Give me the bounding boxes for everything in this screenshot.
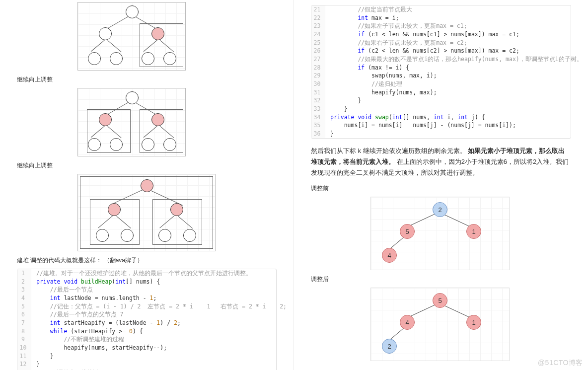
code-line: 5 //记住：父节点 = (i - 1) / 2 左节点 = 2 * i 1 右…: [17, 302, 276, 311]
code-src: //如果右子节点比较大，更新max = c2;: [325, 39, 467, 47]
gutter: 29: [311, 72, 325, 80]
code-src: }: [31, 360, 40, 369]
code-src: }: [325, 130, 334, 138]
page: 继续向上调整 继续向上调整: [0, 0, 588, 370]
gutter: 32: [311, 96, 325, 105]
code-src: heapify(nums, startHeapify--);: [31, 344, 167, 352]
paragraph-1a: 然后我们从下标 k 继续开始依次遍历数组的剩余元素。: [311, 147, 466, 154]
code-src: //如果左子节点比较大，更新max = c1;: [325, 22, 467, 30]
code-src: while (startHeapify >= 0) {: [31, 327, 143, 336]
gutter: 27: [311, 55, 325, 64]
section-label-2: 继续向上调整: [17, 161, 277, 170]
code-line: 30 //递归处理: [311, 80, 571, 88]
tree1-n4: 4: [387, 252, 391, 259]
code-intro-a: 建堆 调整的代码大概就是这样：: [17, 257, 102, 264]
code-src: //递归处理: [325, 80, 402, 88]
code-block-buildheap: 1//建堆。对于一个还没维护过的堆，从他的最后一个节点的父节点开始进行调整。2p…: [17, 269, 277, 370]
left-column: 继续向上调整 继续向上调整: [0, 0, 294, 370]
code-line: 29 swap(nums, max, i);: [311, 72, 571, 80]
gutter: 35: [311, 121, 325, 130]
code-src: //如果最大的数不是节点i的话，那么heapify(nums, max)，即调整…: [325, 55, 583, 64]
code-src: //假定当前节点最大: [325, 5, 412, 14]
code-line: 35 nums[i] = nums[i] nums[j] - (nums[j] …: [311, 121, 571, 130]
gutter: 34: [311, 113, 325, 122]
paragraph-1: 然后我们从下标 k 继续开始依次遍历数组的剩余元素。 如果元素小于堆顶元素，那么…: [311, 146, 571, 178]
paragraph-2: 继续重复上述步骤，依次将7,3,8入堆。这里因为7和8都大于堆顶元素5，所以只有…: [311, 368, 571, 370]
code-line: 34private void swap(int[] nums, int i, i…: [311, 113, 571, 122]
tree2-n3: 1: [472, 319, 475, 326]
gutter: 4: [17, 294, 31, 302]
code-src: nums[i] = nums[i] nums[j] - (nums[j] = n…: [325, 121, 516, 130]
tree1-n1: 2: [438, 206, 441, 214]
tree1-n2: 5: [405, 228, 409, 235]
code-src: private void swap(int[] nums, int i, int…: [325, 113, 485, 122]
code-line: 27 //如果最大的数不是节点i的话，那么heapify(nums, max)，…: [311, 55, 571, 64]
code-line: 26 if (c2 < len && nums[c2] > nums[max])…: [311, 47, 571, 55]
code-line: 3 //最后一个节点: [17, 286, 276, 294]
code-src: private void buildHeap(int[] nums) {: [31, 278, 160, 286]
code-src: if (c2 < len && nums[c2] > nums[max]) ma…: [325, 47, 519, 55]
code-line: 4 int lastNode = nums.length - 1;: [17, 294, 276, 302]
tree-after: 5 4 1 2: [370, 288, 510, 361]
gutter: 31: [311, 88, 325, 97]
gutter: 26: [311, 47, 325, 55]
code-src: if (max != i) {: [325, 64, 409, 72]
gutter: 7: [17, 319, 31, 327]
gutter: 9: [17, 335, 31, 344]
gutter: 12: [17, 360, 31, 369]
code-intro: 建堆 调整的代码大概就是这样： （翻ava牌子）: [17, 256, 277, 265]
code-src: //最后一个节点: [31, 286, 93, 294]
code-line: 28 if (max != i) {: [311, 64, 571, 72]
code-line: 24 if (c1 < len && nums[c1] > nums[max])…: [311, 30, 571, 39]
code-src: heapify(nums, max);: [325, 88, 437, 97]
gutter: 24: [311, 30, 325, 39]
tree2-n4: 2: [387, 343, 391, 350]
code-line: 2private void buildHeap(int[] nums) {: [17, 278, 276, 286]
gutter: 22: [311, 14, 325, 22]
gutter: 1: [17, 269, 31, 278]
gutter: 33: [311, 105, 325, 113]
code-line: 12}: [17, 360, 276, 369]
code-line: 33 }: [311, 105, 571, 113]
code-src: //不断调整建堆的过程: [31, 335, 124, 344]
gutter: 21: [311, 5, 325, 14]
code-src: }: [31, 352, 54, 361]
gutter: 3: [17, 286, 31, 294]
heapify-diagram-1: [77, 2, 186, 71]
code-line: 25 //如果右子节点比较大，更新max = c2;: [311, 39, 571, 47]
code-line: 23 //如果左子节点比较大，更新max = c1;: [311, 22, 571, 30]
code-src: int max = i;: [325, 14, 399, 22]
gutter: 5: [17, 302, 31, 311]
gutter: 36: [311, 130, 325, 138]
code-src: //建堆。对于一个还没维护过的堆，从他的最后一个节点的父节点开始进行调整。: [31, 269, 252, 278]
section-label-1: 继续向上调整: [17, 75, 277, 84]
tree-before: 2 5 1 4: [370, 197, 510, 270]
code-line: 11 }: [17, 352, 276, 361]
gutter: 11: [17, 352, 31, 361]
tree2-n2: 4: [405, 319, 409, 326]
heapify-diagram-3: [77, 174, 216, 251]
gutter: 23: [311, 22, 325, 30]
gutter: 30: [311, 80, 325, 88]
code-line: 1//建堆。对于一个还没维护过的堆，从他的最后一个节点的父节点开始进行调整。: [17, 269, 276, 278]
code-src: int startHeapify = (lastNode - 1) / 2;: [31, 319, 181, 327]
code-block-heapify: 21 //假定当前节点最大22 int max = i;23 //如果左子节点比…: [311, 5, 571, 139]
gutter: 8: [17, 327, 31, 336]
right-column: 21 //假定当前节点最大22 int max = i;23 //如果左子节点比…: [294, 0, 588, 370]
code-src: swap(nums, max, i);: [325, 72, 437, 80]
code-src: }: [325, 105, 348, 113]
code-line: 36}: [311, 130, 571, 138]
label-after: 调整后: [311, 275, 571, 284]
code-line: 7 int startHeapify = (lastNode - 1) / 2;: [17, 319, 276, 327]
tree1-n3: 1: [472, 228, 475, 235]
code-line: 31 heapify(nums, max);: [311, 88, 571, 97]
gutter: 10: [17, 344, 31, 352]
code-intro-b: （翻ava牌子）: [104, 257, 143, 264]
gutter: 6: [17, 310, 31, 319]
tree2-n1: 5: [438, 297, 441, 304]
watermark: @51CTO博客: [538, 359, 583, 368]
code-line: 22 int max = i;: [311, 14, 571, 22]
code-line: 8 while (startHeapify >= 0) {: [17, 327, 276, 336]
code-src: }: [325, 96, 361, 105]
code-line: 32 }: [311, 96, 571, 105]
